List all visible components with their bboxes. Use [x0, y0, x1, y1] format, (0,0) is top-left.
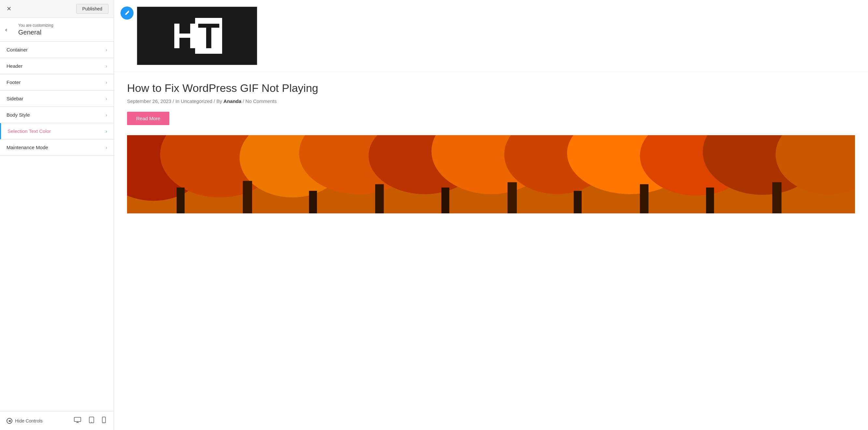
hide-controls-icon: ◀ [6, 418, 12, 424]
sidebar-item-selection-text-color[interactable]: Selection Text Color › [0, 123, 114, 140]
svg-rect-36 [574, 191, 581, 213]
chevron-right-icon: › [105, 80, 107, 85]
svg-rect-31 [243, 181, 252, 213]
footer-device-icons [73, 415, 107, 426]
svg-rect-37 [640, 184, 649, 213]
chevron-right-icon: › [105, 47, 107, 53]
chevron-right-icon: › [105, 63, 107, 69]
post-comments: No Comments [246, 98, 277, 104]
hide-controls-button[interactable]: ◀ Hide Controls [6, 418, 43, 424]
tablet-icon[interactable] [88, 415, 95, 426]
blog-post-meta: September 26, 2023 / In Uncategorized / … [127, 98, 855, 104]
sidebar-item-footer[interactable]: Footer › [0, 74, 114, 91]
sidebar-item-maintenance-mode[interactable]: Maintenance Mode › [0, 140, 114, 156]
chevron-right-icon: › [105, 145, 107, 150]
desktop-icon[interactable] [73, 415, 83, 426]
post-in-label: In [175, 98, 180, 104]
post-separator-3: / [243, 98, 245, 104]
chevron-right-icon: › [105, 113, 107, 118]
read-more-button[interactable]: Read More [127, 112, 169, 125]
sidebar-item-footer-label: Footer [6, 80, 21, 85]
sidebar-item-container[interactable]: Container › [0, 42, 114, 58]
svg-rect-33 [375, 184, 384, 213]
site-logo: H T [137, 6, 257, 65]
blog-post-title: How to Fix WordPress GIF Not Playing [127, 82, 855, 94]
close-button[interactable]: ✕ [5, 5, 13, 13]
mobile-icon[interactable] [101, 415, 107, 426]
svg-rect-35 [507, 182, 517, 213]
sidebar-item-header[interactable]: Header › [0, 58, 114, 74]
sidebar-header: ‹ You are customizing General [0, 18, 114, 42]
sidebar-footer: ◀ Hide Controls [0, 411, 114, 430]
site-logo-area: H T [114, 0, 868, 72]
back-button[interactable]: ‹ [5, 26, 7, 33]
menu-items: Container › Header › Footer › Sidebar › … [0, 42, 114, 411]
logo-letter-h: H [172, 18, 195, 54]
svg-rect-38 [706, 188, 714, 213]
sidebar-item-sidebar-label: Sidebar [6, 96, 24, 101]
logo-letter-t: T [195, 18, 222, 54]
svg-point-6 [103, 422, 104, 423]
general-title: General [18, 29, 41, 36]
post-date: September 26, 2023 [127, 98, 171, 104]
svg-point-4 [91, 422, 92, 423]
chevron-right-icon: › [105, 96, 107, 101]
sidebar-top-bar: ✕ Published [0, 0, 114, 18]
post-author-name: Ananda [223, 98, 241, 104]
sidebar-item-header-label: Header [6, 63, 23, 69]
svg-rect-0 [74, 417, 81, 422]
blog-post: How to Fix WordPress GIF Not Playing Sep… [127, 72, 855, 135]
svg-rect-30 [177, 188, 184, 213]
post-by-label: By [216, 98, 222, 104]
svg-rect-39 [772, 182, 781, 213]
published-button[interactable]: Published [76, 4, 109, 14]
edit-pencil-button[interactable] [121, 6, 133, 20]
svg-rect-34 [441, 188, 449, 213]
sidebar-item-body-style-label: Body Style [6, 112, 30, 118]
sidebar-item-maintenance-mode-label: Maintenance Mode [6, 145, 48, 150]
sidebar: ✕ Published ‹ You are customizing Genera… [0, 0, 114, 430]
blog-post-image [127, 135, 855, 213]
main-content: H T How to Fix WordPress GIF Not Playing… [114, 0, 868, 430]
sidebar-item-selection-text-color-label: Selection Text Color [7, 128, 51, 134]
chevron-right-icon: › [105, 129, 107, 134]
sidebar-item-container-label: Container [6, 47, 28, 53]
sidebar-item-sidebar[interactable]: Sidebar › [0, 91, 114, 107]
post-category-value: Uncategorized [181, 98, 212, 104]
blog-post-2 [127, 135, 855, 214]
hide-controls-label: Hide Controls [15, 418, 43, 424]
customizing-label: You are customizing [18, 23, 107, 28]
sidebar-item-body-style[interactable]: Body Style › [0, 107, 114, 123]
svg-rect-32 [309, 191, 317, 213]
blog-posts: How to Fix WordPress GIF Not Playing Sep… [114, 72, 868, 214]
